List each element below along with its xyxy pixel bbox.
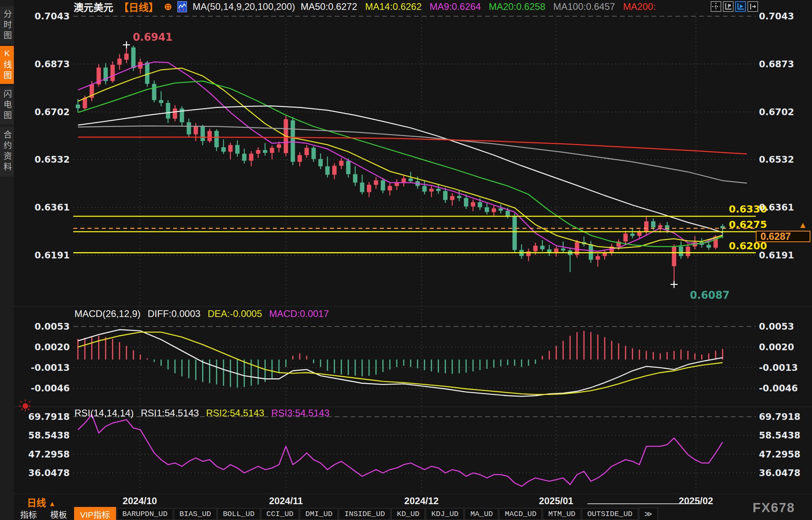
tab-KDJ_UD[interactable]: KDJ_UD: [426, 508, 464, 520]
ma-line-MA9: [78, 62, 723, 251]
legend-value: DIFF:0.0003: [148, 308, 200, 319]
chart-canvas[interactable]: 0.63300.62750.62000.70430.70430.68730.68…: [0, 0, 812, 520]
legend-value: RSI1:54.5143: [141, 408, 199, 419]
y-axis-label: 0.6702: [759, 107, 794, 117]
tab-模板[interactable]: 模板: [44, 507, 73, 520]
y-axis-label: 0.7043: [759, 11, 794, 21]
sidebar-item-3[interactable]: 闪电图: [0, 86, 14, 124]
sidebar-item-2[interactable]: K线图: [0, 46, 14, 84]
axis-flag-icon[interactable]: [723, 1, 734, 12]
y-axis-label: 0.6532: [34, 154, 70, 165]
legend-value: RSI2:54.5143: [206, 408, 264, 419]
period-tag[interactable]: 【日线】: [119, 0, 158, 14]
x-axis-month-label: 2025/01: [539, 495, 574, 507]
y-axis-label: 0.6873: [34, 59, 70, 69]
ma-legend: MA50:0.6272MA14:0.6262MA9:0.6264MA20:0.6…: [301, 1, 656, 12]
ma-line-MA200: [78, 137, 747, 154]
x-axis-month-label: 2024/11: [269, 495, 303, 507]
chart-scrollbar[interactable]: [587, 503, 701, 504]
alert-sun-icon: [17, 398, 33, 416]
tab-MACD_UD[interactable]: MACD_UD: [499, 508, 542, 520]
sidebar-item-4[interactable]: 合约资料: [0, 127, 14, 176]
price-up-arrow-icon: ▲: [799, 220, 807, 230]
rsi-line: [78, 415, 723, 486]
x-axis-month-label: 2024/10: [123, 495, 157, 507]
svg-text:69.7918: 69.7918: [759, 412, 801, 422]
rsi-indicator-label: RSI(14,14,14): [74, 408, 133, 419]
y-axis-label: 0.7043: [34, 11, 70, 21]
svg-text:47.2958: 47.2958: [759, 449, 801, 459]
more-tabs-button[interactable]: ≫: [639, 508, 658, 520]
period-selector[interactable]: 日线 ▲: [27, 495, 56, 509]
high-price-annotation: 0.6941: [133, 31, 172, 43]
svg-text:0.0020: 0.0020: [34, 342, 70, 352]
legend-value: RSI3:54.5143: [271, 408, 330, 419]
tab-OUTSIDE_UD[interactable]: OUTSIDE_UD: [582, 508, 638, 520]
tab-BARUPDN_UD[interactable]: BARUPDN_UD: [117, 508, 173, 520]
tab-KD_UD[interactable]: KD_UD: [391, 508, 425, 520]
time-axis-row: 日线 ▲ 2024/102024/112024/122025/012025/02: [14, 495, 812, 507]
ma-legend-item: MA20:0.6258: [489, 1, 545, 12]
svg-text:36.0478: 36.0478: [28, 468, 70, 478]
ma-legend-item: MA9:0.6264: [430, 1, 481, 12]
macd-indicator-label: MACD(26,12,9): [74, 308, 141, 319]
circle-plus-icon[interactable]: ⊕: [164, 2, 172, 11]
svg-text:-0.0046: -0.0046: [31, 383, 70, 393]
y-axis-label: 0.6873: [759, 59, 794, 69]
svg-text:0.0053: 0.0053: [759, 321, 794, 332]
symbol-title: 澳元美元: [74, 0, 113, 14]
sidebar-item-1[interactable]: 分时图: [0, 6, 14, 44]
tab-MA_UD[interactable]: MA_UD: [465, 508, 498, 520]
ma-settings-label: MA(50,14,9,20,100,200): [193, 1, 295, 12]
mini-chart-icon[interactable]: [177, 1, 187, 12]
tab-指标[interactable]: 指标: [14, 507, 43, 520]
y-axis-label: 0.6361: [759, 202, 794, 213]
legend-value: MACD:0.0017: [269, 308, 329, 319]
svg-text:-0.0013: -0.0013: [759, 362, 798, 373]
macd-histogram: [78, 331, 723, 387]
trading-app-window: 0.63300.62750.62000.70430.70430.68730.68…: [0, 0, 812, 520]
svg-text:58.5438: 58.5438: [759, 430, 801, 440]
triangle-up-icon: ▲: [49, 500, 56, 508]
x-axis-month-label: 2024/12: [404, 495, 439, 507]
tab-MTM_UD[interactable]: MTM_UD: [543, 508, 581, 520]
y-axis-label: 0.6702: [34, 107, 70, 117]
svg-text:69.7918: 69.7918: [28, 412, 70, 422]
indicator-tabbar: 指标模板VIP指标BARUPDN_UDBIAS_UDBOLL_UDCCI_UDD…: [14, 508, 812, 520]
svg-text:36.0478: 36.0478: [759, 468, 801, 478]
legend-value: DEA:-0.0005: [208, 308, 262, 319]
svg-text:-0.0046: -0.0046: [759, 383, 798, 393]
bar-arrow-icon[interactable]: [747, 1, 758, 12]
chart-toolbar: [711, 1, 758, 12]
current-price-tag: 0.6287: [756, 231, 810, 242]
ma-line-MA50: [78, 106, 723, 233]
svg-text:47.2958: 47.2958: [28, 449, 70, 459]
ma-legend-item: MA14:0.6262: [365, 1, 422, 12]
watermark: FX678: [753, 500, 795, 515]
y-axis-label: 0.6532: [759, 154, 794, 165]
y-axis-label: 0.6361: [34, 202, 70, 213]
axis-play-icon[interactable]: [735, 1, 746, 12]
candlestick-series: [76, 45, 725, 284]
chart-header: 澳元美元 【日线】 ⊕ MA(50,14,9,20,100,200) MA50:…: [74, 1, 656, 13]
ma-legend-item: MA50:0.6272: [301, 1, 357, 12]
y-axis-label: 0.6191: [34, 250, 70, 260]
tab-BIAS_UD[interactable]: BIAS_UD: [174, 508, 217, 520]
tab-INSIDE_UD[interactable]: INSIDE_UD: [339, 508, 391, 520]
tab-VIP指标[interactable]: VIP指标: [74, 507, 116, 520]
x-axis-month-label: 2025/02: [679, 495, 713, 507]
svg-text:58.5438: 58.5438: [28, 430, 70, 440]
tab-CCI_UD[interactable]: CCI_UD: [261, 508, 299, 520]
ma-legend-item: MA100:0.6457: [553, 1, 615, 12]
left-sidebar: 分时图K线图闪电图合约资料: [0, 0, 14, 520]
ma-line-MA100: [78, 126, 747, 183]
current-price-value: 0.6287: [761, 231, 791, 242]
level-price-tag: 0.6275: [729, 219, 767, 230]
svg-text:0.0020: 0.0020: [759, 342, 794, 352]
crosshair-icon[interactable]: [711, 1, 721, 12]
svg-text:0.0053: 0.0053: [34, 321, 70, 332]
tab-BOLL_UD[interactable]: BOLL_UD: [217, 508, 260, 520]
low-price-annotation: 0.6087: [690, 289, 730, 301]
tab-DMI_UD[interactable]: DMI_UD: [300, 508, 338, 520]
ma-line-MA14: [78, 68, 723, 248]
